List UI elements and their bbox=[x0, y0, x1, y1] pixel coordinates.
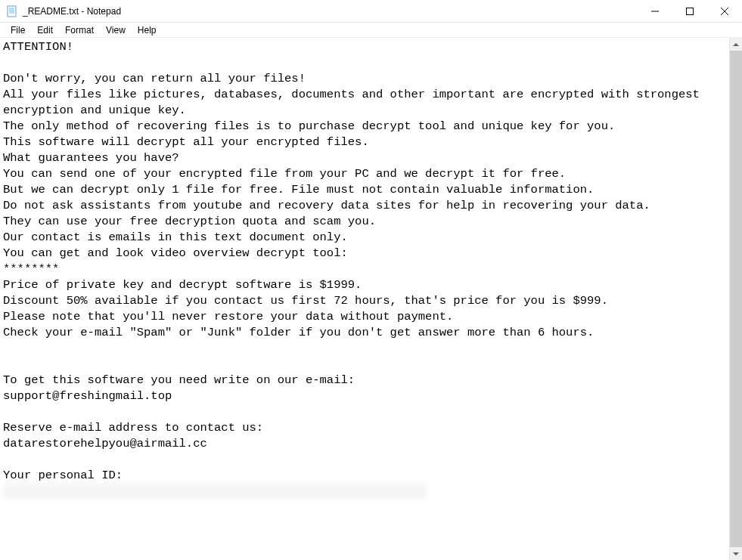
scroll-track[interactable] bbox=[730, 51, 742, 547]
text-line: This software will decrypt all your encr… bbox=[3, 135, 369, 149]
text-line: To get this software you need write on o… bbox=[3, 373, 355, 387]
minimize-button[interactable] bbox=[638, 0, 672, 22]
scroll-down-arrow[interactable] bbox=[730, 547, 742, 560]
text-line: datarestorehelpyou@airmail.cc bbox=[3, 437, 207, 450]
content-wrapper: ATTENTION! Don't worry, you can return a… bbox=[0, 38, 742, 560]
text-line: What guarantees you have? bbox=[3, 151, 179, 165]
text-line: You can get and look video overview decr… bbox=[3, 246, 348, 260]
svg-rect-6 bbox=[687, 8, 694, 14]
text-line: Do not ask assistants from youtube and r… bbox=[3, 199, 650, 212]
text-line: All your files like pictures, databases,… bbox=[3, 88, 706, 117]
menubar: File Edit Format View Help bbox=[0, 23, 742, 38]
text-line: You can send one of your encrypted file … bbox=[3, 167, 566, 181]
close-button[interactable] bbox=[707, 0, 742, 22]
personal-id-blurred bbox=[3, 484, 427, 499]
text-line: Discount 50% available if you contact us… bbox=[3, 294, 608, 308]
notepad-icon bbox=[6, 5, 18, 17]
svg-marker-9 bbox=[733, 43, 739, 46]
svg-marker-10 bbox=[733, 552, 739, 555]
text-line: Don't worry, you can return all your fil… bbox=[3, 72, 306, 85]
text-line: ATTENTION! bbox=[3, 40, 73, 54]
text-line: Our contact is emails in this text docum… bbox=[3, 230, 348, 244]
menu-edit[interactable]: Edit bbox=[31, 23, 59, 37]
window-title: _README.txt - Notepad bbox=[23, 6, 638, 17]
scroll-thumb[interactable] bbox=[730, 51, 742, 547]
text-line: They can use your free decryption quota … bbox=[3, 215, 376, 228]
text-line: support@freshingmail.top bbox=[3, 389, 172, 403]
text-area[interactable]: ATTENTION! Don't worry, you can return a… bbox=[0, 38, 729, 560]
text-line: Price of private key and decrypt softwar… bbox=[3, 278, 362, 292]
text-line: Reserve e-mail address to contact us: bbox=[3, 421, 263, 435]
window-controls bbox=[638, 0, 742, 22]
text-line: Your personal ID: bbox=[3, 469, 123, 482]
text-line: But we can decrypt only 1 file for free.… bbox=[3, 183, 594, 196]
text-line: ******** bbox=[3, 262, 59, 276]
menu-file[interactable]: File bbox=[5, 23, 31, 37]
text-line: Check your e-mail "Spam" or "Junk" folde… bbox=[3, 326, 594, 339]
titlebar: _README.txt - Notepad bbox=[0, 0, 742, 23]
menu-help[interactable]: Help bbox=[132, 23, 163, 37]
menu-view[interactable]: View bbox=[100, 23, 132, 37]
vertical-scrollbar[interactable] bbox=[729, 38, 742, 560]
menu-format[interactable]: Format bbox=[59, 23, 100, 37]
text-line: The only method of recovering files is t… bbox=[3, 119, 615, 133]
text-line: Please note that you'll never restore yo… bbox=[3, 310, 453, 323]
scroll-up-arrow[interactable] bbox=[730, 38, 742, 51]
maximize-button[interactable] bbox=[672, 0, 707, 22]
